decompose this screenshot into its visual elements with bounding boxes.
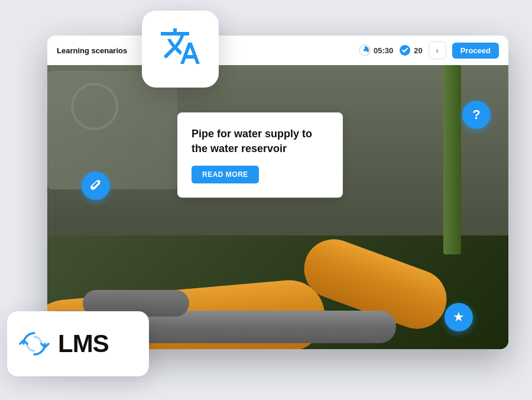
timer-value: 05:30 bbox=[374, 46, 393, 55]
machinery bbox=[47, 71, 177, 189]
info-panel: Pipe for water supply to the water reser… bbox=[177, 112, 343, 198]
header-bar: Learning scenarios 05:30 20 ‹ Pr bbox=[47, 36, 508, 65]
score-badge: 20 bbox=[399, 44, 422, 56]
proceed-button[interactable]: Proceed bbox=[452, 43, 499, 59]
wrench-icon bbox=[88, 178, 103, 193]
translate-svg-icon bbox=[159, 25, 202, 67]
back-nav-button[interactable]: ‹ bbox=[429, 41, 446, 59]
question-icon: ? bbox=[472, 107, 480, 122]
lms-label: LMS bbox=[58, 330, 109, 358]
timer-icon bbox=[359, 44, 371, 56]
back-arrow-icon: ‹ bbox=[436, 46, 439, 55]
score-icon bbox=[399, 44, 411, 56]
translate-card bbox=[142, 11, 219, 88]
background-image bbox=[47, 65, 508, 349]
info-panel-title: Pipe for water supply to the water reser… bbox=[192, 127, 329, 156]
pipe-scene bbox=[47, 65, 508, 349]
star-icon: ★ bbox=[453, 309, 465, 325]
read-more-button[interactable]: READ MORE bbox=[192, 166, 259, 183]
timer-badge: 05:30 bbox=[359, 44, 393, 56]
lms-card: LMS bbox=[7, 311, 149, 376]
machinery-detail bbox=[71, 83, 118, 130]
question-fab-button[interactable]: ? bbox=[462, 101, 491, 129]
sync-icon bbox=[19, 328, 50, 359]
green-pipe bbox=[443, 65, 461, 254]
translate-icon bbox=[159, 25, 202, 73]
wrench-fab-button[interactable] bbox=[82, 172, 110, 200]
score-value: 20 bbox=[414, 46, 422, 55]
star-fab-button[interactable]: ★ bbox=[445, 303, 473, 331]
header-right: 05:30 20 ‹ Proceed bbox=[359, 41, 499, 59]
svg-point-1 bbox=[364, 49, 366, 51]
page-title: Learning scenarios bbox=[57, 46, 127, 55]
main-card: Learning scenarios 05:30 20 ‹ Pr bbox=[47, 36, 508, 349]
